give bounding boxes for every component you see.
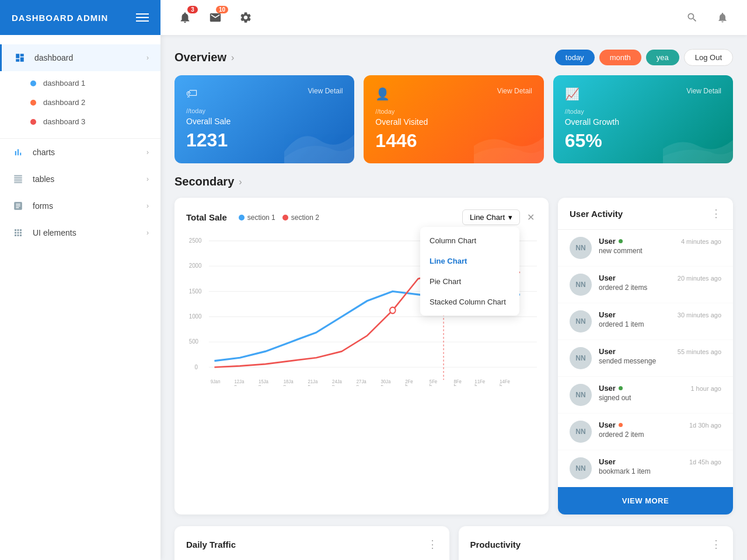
activity-user: User bbox=[599, 237, 674, 246]
traffic-title: Daily Traffic bbox=[186, 540, 236, 550]
tables-icon bbox=[12, 173, 25, 186]
secondary-title: Secondary bbox=[174, 175, 234, 188]
activity-action: ordered 2 items bbox=[599, 284, 671, 292]
productivity-title: Productivity bbox=[470, 540, 521, 550]
svg-text:b: b bbox=[500, 384, 502, 386]
charts-icon bbox=[12, 146, 25, 159]
activity-time: 4 minutes ago bbox=[681, 238, 721, 245]
sidebar-item-dashboard[interactable]: dashboard › bbox=[0, 44, 160, 71]
dropdown-line-chart[interactable]: Line Chart bbox=[420, 251, 519, 271]
avatar: NN bbox=[570, 310, 592, 332]
settings-button[interactable] bbox=[235, 7, 256, 28]
chart-title: Total Sale bbox=[186, 212, 227, 222]
daily-traffic-card: Daily Traffic ⋮ in bbox=[174, 526, 449, 560]
dashboard-icon bbox=[13, 51, 26, 64]
sidebar-sub-item-3[interactable]: dashboard 3 bbox=[0, 112, 160, 131]
notification-button[interactable]: 3 bbox=[174, 7, 196, 28]
bottom-row: Daily Traffic ⋮ in bbox=[174, 526, 733, 560]
forms-icon bbox=[12, 200, 25, 212]
growth-view-detail[interactable]: View Detail bbox=[686, 87, 721, 95]
topbar-right bbox=[682, 7, 733, 28]
dropdown-pie-chart[interactable]: Pie Chart bbox=[420, 271, 519, 292]
chart-close-button[interactable]: ✕ bbox=[525, 209, 537, 225]
year-button[interactable]: yea bbox=[646, 50, 679, 65]
sidebar-item-label: dashboard bbox=[34, 53, 138, 62]
sale-icon: 🏷 bbox=[186, 87, 198, 100]
hamburger-menu[interactable] bbox=[136, 13, 149, 22]
activity-user: User bbox=[599, 421, 682, 429]
activity-time: 30 minutes ago bbox=[678, 312, 721, 318]
overview-header: Overview › today month yea Log Out bbox=[174, 49, 733, 66]
search-button[interactable] bbox=[682, 7, 703, 28]
chart-card: Total Sale section 1 section 2 Line Char… bbox=[174, 198, 549, 514]
activity-title: User Activity bbox=[570, 209, 623, 219]
overview-section: Overview › today month yea Log Out 🏷 Vie… bbox=[174, 49, 733, 163]
view-more-button[interactable]: VIEW MORE bbox=[558, 487, 733, 514]
secondary-section: Secondary › Total Sale section 1 bbox=[174, 175, 733, 514]
activity-header: User Activity ⋮ bbox=[558, 198, 733, 230]
overview-arrow[interactable]: › bbox=[231, 52, 234, 63]
online-indicator bbox=[619, 239, 623, 243]
dropdown-column-chart[interactable]: Column Chart bbox=[420, 230, 519, 251]
growth-icon: 📈 bbox=[565, 87, 580, 101]
sidebar-item-forms[interactable]: forms › bbox=[0, 192, 160, 219]
avatar: NN bbox=[570, 421, 592, 443]
month-button[interactable]: month bbox=[599, 50, 641, 65]
visited-view-detail[interactable]: View Detail bbox=[497, 87, 532, 95]
svg-point-12 bbox=[390, 307, 396, 314]
activity-more-icon[interactable]: ⋮ bbox=[711, 207, 721, 220]
ui-elements-label: UI elements bbox=[33, 228, 138, 237]
productivity-more-icon[interactable]: ⋮ bbox=[711, 538, 721, 551]
today-button[interactable]: today bbox=[555, 50, 595, 65]
overview-title: Overview bbox=[174, 51, 226, 64]
svg-text:n: n bbox=[332, 384, 335, 386]
tables-label: tables bbox=[33, 174, 138, 184]
visited-sub: //today bbox=[375, 108, 532, 115]
avatar: NN bbox=[570, 274, 592, 296]
chevron-icon: › bbox=[146, 54, 149, 62]
sidebar-item-tables[interactable]: tables › bbox=[0, 166, 160, 192]
avatar: NN bbox=[570, 457, 592, 480]
activity-item: NN User ordered 2 item 1d 30h ago bbox=[558, 414, 733, 450]
activity-time: 1d 30h ago bbox=[689, 422, 721, 429]
traffic-more-icon[interactable]: ⋮ bbox=[427, 538, 438, 551]
svg-text:n: n bbox=[284, 384, 287, 386]
overview-card-visited: 👤 View Detail //today Overall Visited 14… bbox=[364, 75, 543, 163]
activity-action: sended messenge bbox=[599, 357, 671, 365]
dropdown-stacked-chart[interactable]: Stacked Column Chart bbox=[420, 292, 519, 312]
notification-bell-button[interactable] bbox=[712, 7, 733, 28]
productivity-card: Productivity ⋮ pro bbox=[459, 526, 734, 560]
chevron-icon: › bbox=[146, 229, 149, 237]
activity-user: User bbox=[599, 310, 671, 319]
sidebar-item-ui-elements[interactable]: UI elements › bbox=[0, 219, 160, 246]
sidebar-item-charts[interactable]: charts › bbox=[0, 139, 160, 166]
svg-text:b: b bbox=[430, 384, 432, 386]
svg-text:n: n bbox=[234, 384, 237, 386]
ui-elements-icon bbox=[12, 226, 25, 239]
activity-action: ordered 2 item bbox=[599, 430, 682, 439]
activity-action: signed out bbox=[599, 394, 683, 402]
activity-item: NN User new comment 4 minutes ago bbox=[558, 230, 733, 267]
svg-text:1500: 1500 bbox=[189, 288, 202, 295]
activity-info: User ordered 2 items bbox=[599, 274, 671, 292]
sidebar-dashboard-section: dashboard › dashboard 1 dashboard 2 dash… bbox=[0, 35, 160, 139]
overview-card-growth: 📈 View Detail //today Overall Growth 65% bbox=[553, 75, 733, 163]
email-button[interactable]: 10 bbox=[205, 7, 226, 28]
svg-text:2500: 2500 bbox=[189, 237, 202, 244]
logout-button[interactable]: Log Out bbox=[684, 49, 733, 66]
chart-dropdown-button[interactable]: Line Chart ▾ bbox=[462, 209, 520, 225]
chevron-down-icon: ▾ bbox=[508, 213, 512, 222]
sale-view-detail[interactable]: View Detail bbox=[308, 87, 343, 95]
overview-cards: 🏷 View Detail //today Overall Sale 1231 … bbox=[174, 75, 733, 163]
chevron-icon: › bbox=[146, 202, 149, 210]
svg-text:2000: 2000 bbox=[189, 262, 202, 270]
activity-time: 1 hour ago bbox=[690, 385, 721, 392]
activity-time: 1d 45h ago bbox=[689, 459, 721, 466]
secondary-arrow[interactable]: › bbox=[239, 177, 242, 187]
main-content: 3 10 Overview › bbox=[160, 0, 747, 560]
svg-text:1000: 1000 bbox=[189, 313, 202, 320]
sidebar-sub-item-2[interactable]: dashboard 2 bbox=[0, 93, 160, 112]
chart-dropdown-wrap: Line Chart ▾ ✕ Column Chart Line Chart P… bbox=[462, 209, 537, 225]
sidebar-sub-item-1[interactable]: dashboard 1 bbox=[0, 74, 160, 93]
activity-info: User signed out bbox=[599, 384, 683, 402]
